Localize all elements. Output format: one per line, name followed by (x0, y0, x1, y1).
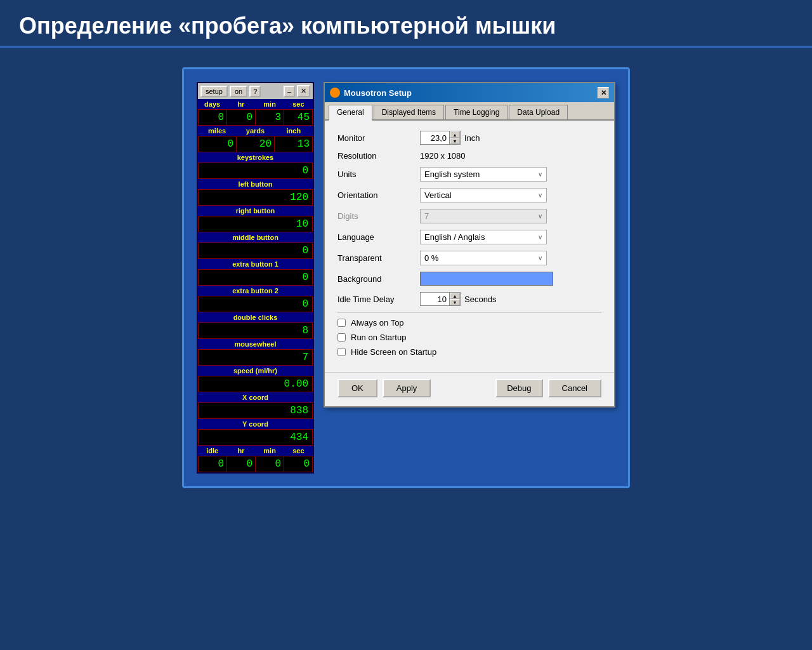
checkbox-row-2: Hide Screen on Startup (337, 347, 601, 357)
bottom-min-header: min (256, 446, 284, 456)
led-sections: keystrokes0left button120right button10m… (198, 152, 313, 446)
language-value: English / Anglais (424, 232, 485, 242)
resolution-control: 1920 x 1080 (420, 151, 601, 161)
apply-button[interactable]: Apply (383, 379, 431, 397)
language-dropdown-arrow: ∨ (538, 234, 542, 241)
idle-spin[interactable]: ▲ ▼ (420, 292, 461, 306)
miles-value: 0 (199, 136, 236, 152)
on-button[interactable]: on (230, 86, 247, 97)
section-label-4: extra button 1 (198, 259, 313, 269)
idle-unit: Seconds (464, 295, 497, 304)
orientation-dropdown-arrow: ∨ (538, 192, 542, 199)
help-button[interactable]: ? (249, 86, 261, 97)
monitor-input[interactable] (421, 132, 449, 144)
digits-label: Digits (337, 211, 420, 221)
monitor-down-arrow[interactable]: ▼ (450, 138, 460, 144)
section-label-10: Y coord (198, 419, 313, 429)
main-content: setup on ? – ✕ days hr min sec 0 0 3 45 (0, 48, 812, 507)
divider (337, 312, 601, 313)
monitor-row: Monitor ▲ ▼ Inch (337, 131, 601, 145)
debug-button[interactable]: Debug (495, 379, 542, 397)
checkbox-2[interactable] (337, 348, 346, 356)
ok-button[interactable]: OK (337, 379, 377, 397)
section-value-row-8: 0.00 (198, 376, 313, 392)
orientation-row: Orientation Vertical ∨ (337, 188, 601, 202)
distance-headers: miles yards inch (198, 126, 313, 136)
bottom-sec-header: sec (284, 446, 313, 456)
idle-input[interactable] (421, 293, 449, 305)
tab-displayed-items[interactable]: Displayed Items (374, 105, 444, 119)
monitor-up-arrow[interactable]: ▲ (450, 131, 460, 138)
section-value-row-10: 434 (198, 429, 313, 446)
section-label-3: middle button (198, 232, 313, 242)
inch-value: 13 (275, 136, 312, 152)
hr-header: hr (226, 99, 255, 109)
section-value-2: 10 (199, 216, 312, 232)
yards-value: 20 (237, 136, 274, 152)
section-label-7: mousewheel (198, 339, 313, 349)
idle-value: 0 (199, 456, 226, 472)
days-value: 0 (199, 110, 226, 125)
inch-header: inch (275, 126, 313, 136)
time-values: 0 0 3 45 (198, 109, 313, 126)
transparent-select[interactable]: 0 % ∨ (420, 251, 547, 265)
units-row: Units English system ∨ (337, 167, 601, 182)
section-value-5: 0 (199, 296, 312, 312)
outer-panel: setup on ? – ✕ days hr min sec 0 0 3 45 (182, 67, 630, 488)
orientation-control: Vertical ∨ (420, 188, 601, 202)
digits-dropdown-arrow: ∨ (538, 213, 542, 220)
orientation-select[interactable]: Vertical ∨ (420, 188, 547, 202)
section-value-0: 0 (199, 163, 312, 178)
section-label-8: speed (ml/hr) (198, 366, 313, 376)
section-value-row-0: 0 (198, 162, 313, 179)
tab-data-upload[interactable]: Data Upload (509, 105, 568, 119)
monitor-unit: Inch (464, 133, 480, 143)
bottom-hr-header: hr (226, 446, 255, 456)
checkbox-1[interactable] (337, 333, 346, 342)
cancel-button[interactable]: Cancel (548, 379, 601, 397)
page-header: Определение «пробега» компьютерной мышки (0, 0, 812, 48)
checkbox-row-1: Run on Startup (337, 333, 601, 342)
language-select[interactable]: English / Anglais ∨ (420, 230, 547, 244)
bottom-headers: idle hr min sec (198, 446, 313, 456)
checkbox-row-0: Always on Top (337, 318, 601, 328)
section-value-row-7: 7 (198, 349, 313, 366)
section-value-1: 120 (199, 190, 312, 205)
language-row: Language English / Anglais ∨ (337, 230, 601, 244)
idle-down-arrow[interactable]: ▼ (450, 299, 460, 305)
dialog-close-button[interactable]: ✕ (598, 87, 609, 98)
language-control: English / Anglais ∨ (420, 230, 601, 244)
monitor-spin[interactable]: ▲ ▼ (420, 131, 461, 145)
close-widget-button[interactable]: ✕ (297, 85, 310, 97)
min-value: 3 (256, 110, 284, 125)
section-value-row-1: 120 (198, 189, 313, 206)
setup-button[interactable]: setup (200, 86, 228, 97)
idle-up-arrow[interactable]: ▲ (450, 293, 460, 299)
sec-header: sec (284, 99, 313, 109)
digits-value: 7 (424, 211, 429, 221)
yards-header: yards (236, 126, 274, 136)
min-header: min (256, 99, 284, 109)
orientation-label: Orientation (337, 190, 420, 200)
units-select[interactable]: English system ∨ (420, 167, 547, 182)
tab-time-logging[interactable]: Time Logging (445, 105, 508, 119)
minimize-button[interactable]: – (284, 86, 295, 97)
transparent-dropdown-arrow: ∨ (538, 255, 542, 262)
tab-general[interactable]: General (329, 105, 372, 121)
monitor-label: Monitor (337, 133, 420, 143)
section-value-6: 8 (199, 323, 312, 338)
transparent-row: Transparent 0 % ∨ (337, 251, 601, 265)
resolution-value: 1920 x 1080 (420, 151, 466, 161)
background-color-swatch[interactable] (420, 272, 553, 286)
language-label: Language (337, 232, 420, 242)
dialog-tabs: General Displayed Items Time Logging Dat… (325, 102, 614, 121)
section-label-0: keystrokes (198, 152, 313, 162)
background-control (420, 272, 601, 286)
sec-value: 45 (284, 110, 312, 125)
dialog-title: Mousotron Setup (344, 88, 598, 98)
section-value-8: 0.00 (199, 376, 312, 392)
dialog-footer: OK Apply Debug Cancel (325, 372, 614, 406)
checkbox-0[interactable] (337, 319, 346, 327)
led-widget: setup on ? – ✕ days hr min sec 0 0 3 45 (197, 82, 314, 474)
checkbox-label-0: Always on Top (351, 318, 404, 328)
